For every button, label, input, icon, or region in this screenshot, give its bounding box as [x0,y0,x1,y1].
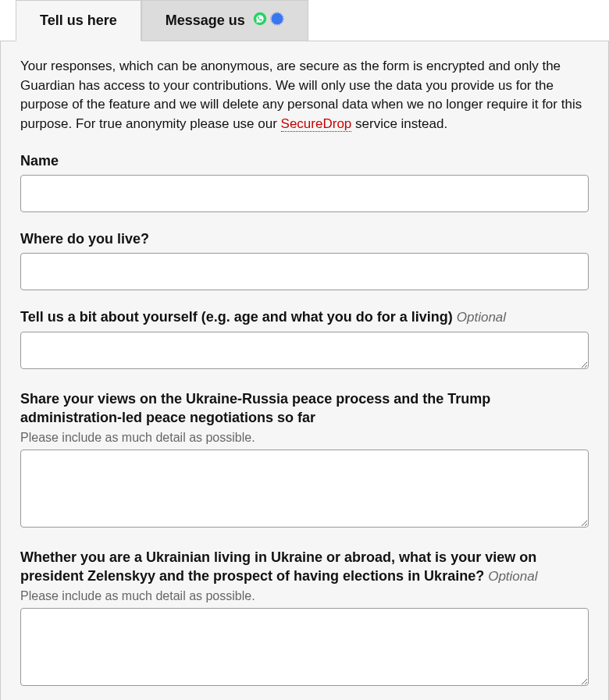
location-label: Where do you live? [20,229,589,248]
optional-tag: Optional [488,569,537,584]
securedrop-link[interactable]: SecureDrop [281,116,352,132]
signal-icon [270,12,284,30]
tab-label: Tell us here [40,12,117,29]
about-label-text: Tell us a bit about yourself (e.g. age a… [20,309,453,325]
field-about: Tell us a bit about yourself (e.g. age a… [20,307,589,372]
location-input[interactable] [20,253,589,290]
optional-tag: Optional [457,310,506,325]
zelenskyy-hint: Please include as much detail as possibl… [20,589,589,603]
views-label: Share your views on the Ukraine-Russia p… [20,389,589,428]
field-zelenskyy: Whether you are a Ukrainian living in Uk… [20,548,589,689]
intro-text: Your responses, which can be anonymous, … [20,57,589,134]
name-label: Name [20,151,589,170]
tab-label: Message us [166,12,245,29]
tab-tell-us-here[interactable]: Tell us here [16,0,141,41]
whatsapp-icon [253,12,267,30]
tab-message-us[interactable]: Message us [141,0,308,41]
field-views: Share your views on the Ukraine-Russia p… [20,389,589,531]
tab-bar: Tell us here Message us [16,0,609,41]
zelenskyy-input[interactable] [20,608,589,686]
intro-after: service instead. [351,116,447,131]
about-label: Tell us a bit about yourself (e.g. age a… [20,307,589,327]
about-input[interactable] [20,332,589,369]
zelenskyy-label: Whether you are a Ukrainian living in Uk… [20,548,589,586]
form-panel: Your responses, which can be anonymous, … [0,41,609,700]
views-hint: Please include as much detail as possibl… [20,431,589,445]
field-location: Where do you live? [20,229,589,290]
field-name: Name [20,151,589,212]
zelenskyy-label-text: Whether you are a Ukrainian living in Uk… [20,549,536,584]
views-input[interactable] [20,449,589,528]
name-input[interactable] [20,175,589,212]
svg-point-1 [271,13,283,25]
tab-icons [253,12,284,30]
